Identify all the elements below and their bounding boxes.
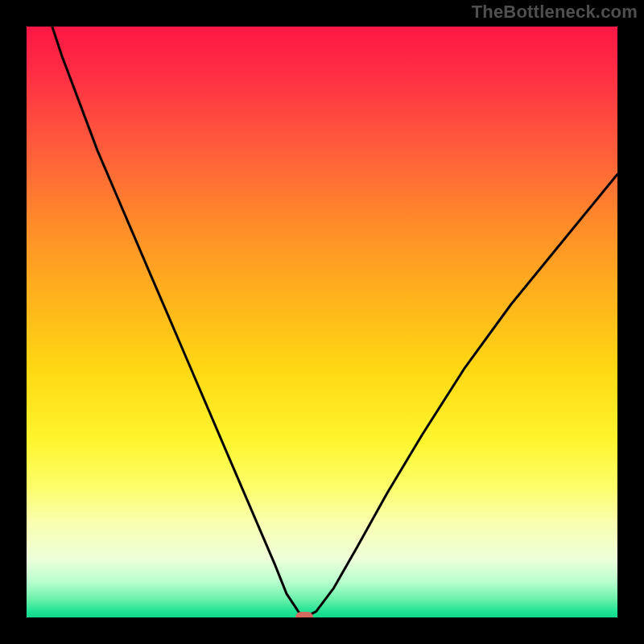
chart-frame: TheBottleneck.com <box>0 0 644 644</box>
watermark-text: TheBottleneck.com <box>472 2 638 23</box>
minimum-marker <box>295 612 313 617</box>
plot-area <box>27 27 617 617</box>
curve-layer <box>27 27 617 617</box>
bottleneck-curve <box>27 27 617 617</box>
